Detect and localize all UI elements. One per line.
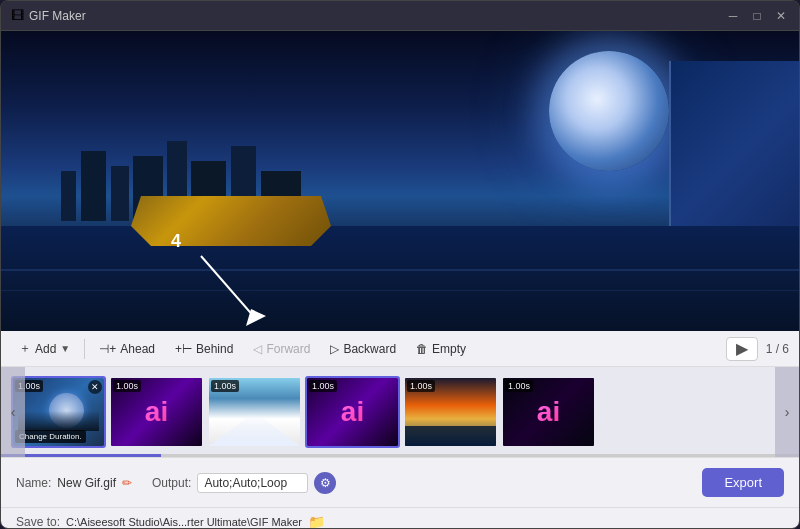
backward-label: Backward [343,342,396,356]
info-bar: Name: New Gif.gif ✏ Output: Auto;Auto;Lo… [1,457,799,507]
frame-3[interactable]: 1.00s [207,376,302,448]
settings-icon[interactable]: ⚙ [314,472,336,494]
forward-button[interactable]: ◁ Forward [245,338,318,360]
save-path: C:\Aiseesoft Studio\Ais...rter Ultimate\… [66,516,302,528]
thumb-4[interactable]: 1.00s ai [305,376,400,448]
thumb-5[interactable]: 1.00s [403,376,498,448]
timeline-prev-button[interactable]: ‹ [1,367,25,457]
export-button[interactable]: Export [702,468,784,497]
forward-icon: ◁ [253,342,262,356]
page-indicator: 1 / 6 [766,342,789,356]
title-bar: 🎞 GIF Maker ─ □ ✕ [1,1,799,31]
frame-5[interactable]: 1.00s [403,376,498,448]
name-value: New Gif.gif [57,476,116,490]
app-icon: 🎞 [11,8,24,23]
output-dropdown[interactable]: Auto;Auto;Loop [197,473,308,493]
behind-button[interactable]: +⊢ Behind [167,338,241,360]
behind-label: Behind [196,342,233,356]
thumb-1[interactable]: 1.00s ✕ Change Duration. [11,376,106,448]
name-label: Name: [16,476,51,490]
thumb-2[interactable]: 1.00s ai [109,376,204,448]
separator-1 [84,339,85,359]
empty-button[interactable]: 🗑 Empty [408,338,474,360]
frame-2[interactable]: 1.00s ai [109,376,204,448]
thumb-2-image: ai [145,396,168,428]
edit-icon[interactable]: ✏ [122,476,132,490]
play-button[interactable]: ▶ [726,337,758,361]
trash-icon: 🗑 [416,342,428,356]
toolbar: ＋ Add ▼ ⊣+ Ahead +⊢ Behind ◁ Forward ▷ B… [1,331,799,367]
dropdown-arrow-icon: ▼ [60,343,70,354]
save-to-label: Save to: [16,515,60,529]
empty-label: Empty [432,342,466,356]
thumb-3[interactable]: 1.00s [207,376,302,448]
behind-icon: +⊢ [175,342,192,356]
forward-label: Forward [266,342,310,356]
plus-icon: ＋ [19,340,31,357]
preview-area: 4 [1,31,799,331]
thumb-4-duration: 1.00s [309,380,337,392]
thumb-4-image: ai [341,396,364,428]
output-section: Output: Auto;Auto;Loop ⚙ [152,472,336,494]
thumb-3-duration: 1.00s [211,380,239,392]
add-label: Add [35,342,56,356]
backward-icon: ▷ [330,342,339,356]
save-bar: Save to: C:\Aiseesoft Studio\Ais...rter … [1,507,799,529]
app-title: GIF Maker [29,9,86,23]
preview-image: 4 [1,31,799,331]
change-duration-button[interactable]: Change Duration. [15,430,86,443]
thumb-5-duration: 1.00s [407,380,435,392]
play-icon: ▶ [736,339,748,358]
timeline-progress-bar [1,454,799,457]
thumb-6[interactable]: 1.00s ai [501,376,596,448]
timeline-next-button[interactable]: › [775,367,799,457]
frame-6[interactable]: 1.00s ai [501,376,596,448]
backward-button[interactable]: ▷ Backward [322,338,404,360]
ahead-icon: ⊣+ [99,342,116,356]
window-controls: ─ □ ✕ [725,8,789,24]
thumb-6-duration: 1.00s [505,380,533,392]
add-button[interactable]: ＋ Add ▼ [11,336,78,361]
frame-1[interactable]: 1.00s ✕ Change Duration. [11,376,106,448]
boat-decoration [131,196,331,246]
maximize-button[interactable]: □ [749,8,765,24]
thumb-2-duration: 1.00s [113,380,141,392]
ahead-label: Ahead [120,342,155,356]
close-button[interactable]: ✕ [773,8,789,24]
thumb-1-close[interactable]: ✕ [88,380,102,394]
thumb-6-image: ai [537,396,560,428]
timeline: ‹ 1.00s ✕ Change Duration. 1.00s ai 1.00… [1,367,799,457]
name-section: Name: New Gif.gif ✏ [16,476,132,490]
frame-4[interactable]: 1.00s ai [305,376,400,448]
toolbar-right: ▶ 1 / 6 [726,337,789,361]
folder-icon[interactable]: 📁 [308,514,325,530]
output-label: Output: [152,476,191,490]
minimize-button[interactable]: ─ [725,8,741,24]
ahead-button[interactable]: ⊣+ Ahead [91,338,163,360]
